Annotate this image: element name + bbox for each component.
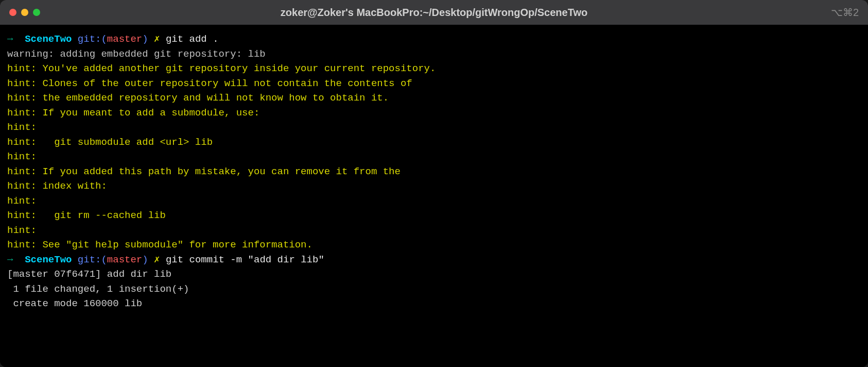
hint-line: hint: If you meant to add a submodule, u… (7, 106, 861, 121)
hint-line: hint: (7, 223, 861, 238)
prompt-line-1: → SceneTwo git:(master) ✗ git add . (7, 32, 861, 47)
close-icon[interactable] (9, 9, 16, 16)
prompt-arrow-icon: → (7, 34, 13, 45)
window-titlebar[interactable]: zoker@Zoker's MacBookPro:~/Desktop/gitWr… (0, 0, 868, 25)
git-branch: master (107, 254, 142, 265)
traffic-lights (9, 9, 40, 16)
commit-output: [master 07f6471] add dir lib (7, 267, 861, 282)
terminal-body[interactable]: → SceneTwo git:(master) ✗ git add . warn… (0, 25, 868, 367)
prompt-dir: SceneTwo (25, 254, 72, 265)
command-1: git add . (166, 34, 219, 45)
warning-line: warning: adding embedded git repository:… (7, 47, 861, 62)
git-close: ) (142, 34, 148, 45)
hint-line: hint: You've added another git repositor… (7, 61, 861, 76)
git-label: git:( (78, 34, 107, 45)
dirty-mark-icon: ✗ (154, 254, 160, 265)
maximize-icon[interactable] (33, 9, 40, 16)
window-title: zoker@Zoker's MacBookPro:~/Desktop/gitWr… (281, 5, 587, 20)
hint-line: hint: the embedded repository and will n… (7, 91, 861, 106)
shortcut-indicator: ⌥⌘2 (831, 5, 859, 20)
hint-line: hint: index with: (7, 179, 861, 194)
prompt-arrow-icon: → (7, 254, 13, 265)
hint-line: hint: (7, 149, 861, 164)
hint-line: hint: Clones of the outer repository wil… (7, 76, 861, 91)
commit-output: create mode 160000 lib (7, 296, 861, 311)
prompt-dir: SceneTwo (25, 34, 72, 45)
terminal-window: zoker@Zoker's MacBookPro:~/Desktop/gitWr… (0, 0, 868, 367)
hint-line: hint: git rm --cached lib (7, 208, 861, 223)
git-label: git:( (78, 254, 107, 265)
command-2: git commit -m "add dir lib" (166, 254, 324, 265)
minimize-icon[interactable] (21, 9, 28, 16)
prompt-line-2: → SceneTwo git:(master) ✗ git commit -m … (7, 253, 861, 268)
hint-line: hint: (7, 120, 861, 135)
hint-line: hint: If you added this path by mistake,… (7, 164, 861, 179)
dirty-mark-icon: ✗ (154, 34, 160, 45)
hint-line: hint: (7, 194, 861, 209)
hint-line: hint: See "git help submodule" for more … (7, 238, 861, 253)
git-branch: master (107, 34, 142, 45)
commit-output: 1 file changed, 1 insertion(+) (7, 282, 861, 297)
hint-line: hint: git submodule add <url> lib (7, 135, 861, 150)
git-close: ) (142, 254, 148, 265)
